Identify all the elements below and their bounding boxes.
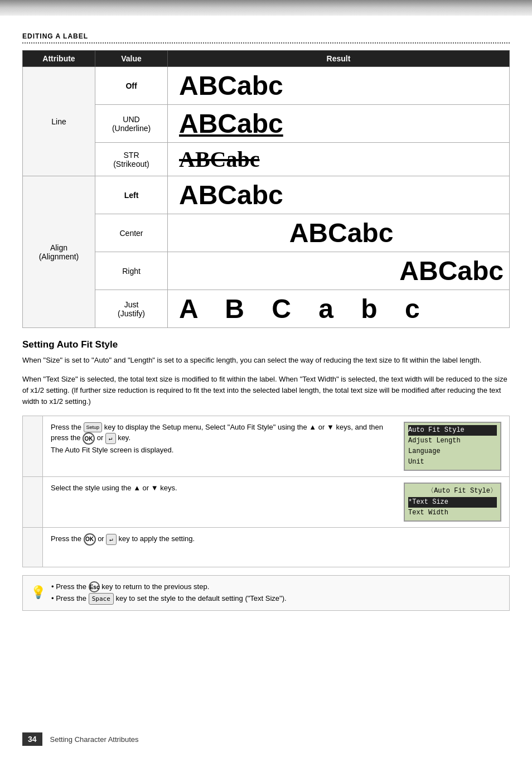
auto-fit-title: Setting Auto Fit Style bbox=[22, 339, 510, 350]
table-row: Align(Alignment) Left ABCabc bbox=[23, 176, 510, 214]
auto-fit-body1: When "Size" is set to "Auto" and "Length… bbox=[22, 355, 510, 366]
step-2-text: Select the style using the ▲ or ▼ keys. bbox=[51, 483, 396, 494]
note-2: • Press the Space key to set the style t… bbox=[51, 593, 287, 605]
footer: 34 Setting Character Attributes bbox=[0, 732, 532, 746]
result-off: ABCabc bbox=[168, 67, 510, 105]
col-header-attribute: Attribute bbox=[23, 51, 95, 67]
step-3-body: Press the OK or ↵ key to apply the setti… bbox=[43, 528, 509, 567]
value-right: Right bbox=[95, 252, 168, 290]
lcd-line-1-1: Auto Fit Style bbox=[408, 425, 497, 436]
step-3-text: Press the OK or ↵ key to apply the setti… bbox=[51, 533, 501, 546]
note-box: 💡 • Press the Esc key to return to the p… bbox=[22, 575, 510, 611]
enter-key-3: ↵ bbox=[106, 534, 117, 546]
note-content: • Press the Esc key to return to the pre… bbox=[51, 581, 287, 605]
lcd-line-1-2: Adjust Length bbox=[408, 436, 497, 446]
auto-fit-body2: When "Text Size" is selected, the total … bbox=[22, 374, 510, 407]
value-left: Left bbox=[95, 176, 168, 214]
step-2-body: Select the style using the ▲ or ▼ keys. … bbox=[43, 477, 509, 527]
note-icon: 💡 bbox=[31, 582, 46, 602]
value-center: Center bbox=[95, 214, 168, 252]
ok-key-1: OK bbox=[83, 432, 95, 445]
note-1: • Press the Esc key to return to the pre… bbox=[51, 581, 287, 593]
lcd-line-2-2: *Text Size bbox=[408, 497, 497, 508]
lcd-screen-1: Auto Fit Style Adjust Length Language Un… bbox=[404, 422, 501, 471]
lcd-line-1-4: Unit bbox=[408, 457, 497, 467]
result-justify: A B C a b c bbox=[168, 290, 510, 328]
lcd-screen-2: 〈Auto Fit Style〉 *Text Size Text Width bbox=[404, 483, 501, 522]
value-underline: UND(Underline) bbox=[95, 105, 168, 143]
top-gradient-bar bbox=[0, 0, 532, 16]
step-1-num-col bbox=[23, 416, 43, 477]
enter-key-1: ↵ bbox=[105, 433, 116, 445]
table-row: Line Off ABCabc bbox=[23, 67, 510, 105]
lcd-line-2-1: 〈Auto Fit Style〉 bbox=[408, 486, 497, 496]
step-2-screen: 〈Auto Fit Style〉 *Text Size Text Width bbox=[404, 483, 501, 522]
auto-fit-section: Setting Auto Fit Style When "Size" is se… bbox=[22, 339, 510, 611]
value-strikeout: STR(Strikeout) bbox=[95, 143, 168, 176]
value-justify: Just(Justify) bbox=[95, 290, 168, 328]
esc-key: Esc bbox=[89, 581, 100, 592]
result-right: ABCabc bbox=[168, 252, 510, 290]
attr-align: Align(Alignment) bbox=[23, 176, 95, 328]
setup-key: Setup bbox=[84, 422, 103, 432]
result-underline: ABCabc bbox=[168, 105, 510, 143]
ok-key-3: OK bbox=[84, 533, 96, 546]
attribute-table: Attribute Value Result Line Off ABCabc U… bbox=[22, 50, 510, 328]
col-header-result: Result bbox=[168, 51, 510, 67]
space-key: Space bbox=[89, 593, 114, 605]
step-1-text: Press the Setup key to display the Setup… bbox=[51, 422, 396, 456]
footer-label: Setting Character Attributes bbox=[50, 735, 139, 744]
col-header-value: Value bbox=[95, 51, 168, 67]
section-heading: EDITING A LABEL bbox=[22, 32, 510, 40]
step-2-row: Select the style using the ▲ or ▼ keys. … bbox=[23, 477, 509, 528]
result-left: ABCabc bbox=[168, 176, 510, 214]
table-row: Just(Justify) A B C a b c bbox=[23, 290, 510, 328]
divider-line bbox=[22, 42, 510, 44]
step-2-num-col bbox=[23, 477, 43, 527]
steps-container: Press the Setup key to display the Setup… bbox=[22, 416, 510, 567]
step-3-row: Press the OK or ↵ key to apply the setti… bbox=[23, 528, 509, 567]
result-strikeout: ABCabc bbox=[168, 143, 510, 176]
value-off: Off bbox=[95, 67, 168, 105]
step-3-num-col bbox=[23, 528, 43, 567]
attr-line: Line bbox=[23, 67, 95, 176]
table-row: STR(Strikeout) ABCabc bbox=[23, 143, 510, 176]
step-1-row: Press the Setup key to display the Setup… bbox=[23, 416, 509, 478]
table-row: Center ABCabc bbox=[23, 214, 510, 252]
page-number: 34 bbox=[22, 732, 42, 746]
table-row: Right ABCabc bbox=[23, 252, 510, 290]
step-1-screen: Auto Fit Style Adjust Length Language Un… bbox=[404, 422, 501, 471]
step-1-body: Press the Setup key to display the Setup… bbox=[43, 416, 509, 477]
lcd-line-2-3: Text Width bbox=[408, 508, 497, 518]
result-center: ABCabc bbox=[168, 214, 510, 252]
table-row: UND(Underline) ABCabc bbox=[23, 105, 510, 143]
lcd-line-1-3: Language bbox=[408, 446, 497, 457]
